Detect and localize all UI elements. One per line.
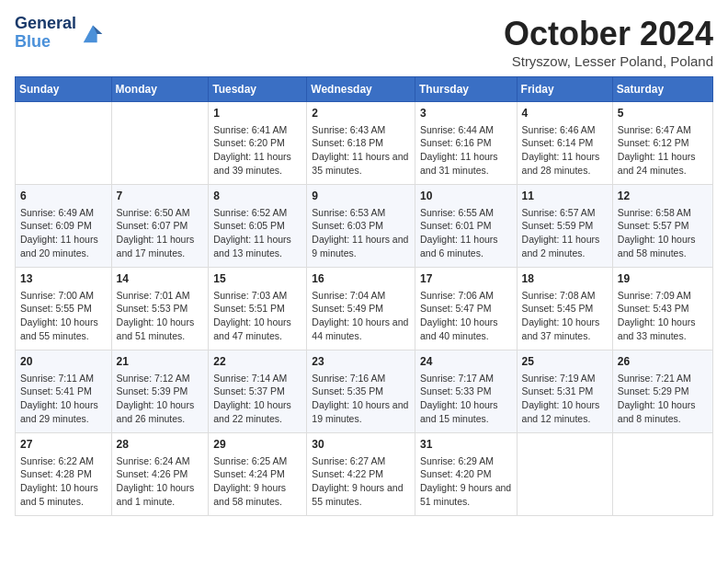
day-number: 24 <box>420 354 512 370</box>
calendar-cell: 2Sunrise: 6:43 AM Sunset: 6:18 PM Daylig… <box>307 102 415 185</box>
day-info: Sunrise: 7:08 AM Sunset: 5:45 PM Dayligh… <box>522 289 608 343</box>
calendar-week-row: 1Sunrise: 6:41 AM Sunset: 6:20 PM Daylig… <box>16 102 713 185</box>
day-number: 14 <box>117 271 204 287</box>
calendar-cell: 1Sunrise: 6:41 AM Sunset: 6:20 PM Daylig… <box>209 102 307 185</box>
day-number: 27 <box>20 437 107 453</box>
calendar-cell: 6Sunrise: 6:49 AM Sunset: 6:09 PM Daylig… <box>16 185 112 268</box>
calendar-cell: 7Sunrise: 6:50 AM Sunset: 6:07 PM Daylig… <box>111 185 209 268</box>
calendar-cell: 9Sunrise: 6:53 AM Sunset: 6:03 PM Daylig… <box>307 185 415 268</box>
day-info: Sunrise: 6:57 AM Sunset: 5:59 PM Dayligh… <box>522 206 608 260</box>
day-info: Sunrise: 6:24 AM Sunset: 4:26 PM Dayligh… <box>117 454 204 509</box>
day-number: 5 <box>618 106 708 121</box>
calendar-header-row: SundayMondayTuesdayWednesdayThursdayFrid… <box>16 77 713 102</box>
day-number: 7 <box>117 189 204 204</box>
calendar-cell: 31Sunrise: 6:29 AM Sunset: 4:20 PM Dayli… <box>415 433 517 516</box>
day-number: 17 <box>420 271 512 287</box>
day-number: 13 <box>20 271 107 287</box>
title-block: October 2024 Stryszow, Lesser Poland, Po… <box>504 15 713 69</box>
day-info: Sunrise: 6:50 AM Sunset: 6:07 PM Dayligh… <box>117 206 204 260</box>
day-number: 23 <box>312 354 410 370</box>
day-info: Sunrise: 6:52 AM Sunset: 6:05 PM Dayligh… <box>213 206 301 260</box>
day-number: 19 <box>618 271 708 287</box>
day-info: Sunrise: 7:09 AM Sunset: 5:43 PM Dayligh… <box>618 289 708 343</box>
day-number: 25 <box>522 354 608 370</box>
day-info: Sunrise: 7:00 AM Sunset: 5:55 PM Dayligh… <box>20 289 107 343</box>
page-header: GeneralBlue October 2024 Stryszow, Lesse… <box>15 15 713 69</box>
calendar-cell: 8Sunrise: 6:52 AM Sunset: 6:05 PM Daylig… <box>209 185 307 268</box>
day-number: 21 <box>117 354 204 370</box>
calendar-cell: 18Sunrise: 7:08 AM Sunset: 5:45 PM Dayli… <box>517 268 612 350</box>
day-of-week-header: Tuesday <box>209 77 307 102</box>
day-of-week-header: Monday <box>111 77 209 102</box>
calendar-cell: 16Sunrise: 7:04 AM Sunset: 5:49 PM Dayli… <box>307 268 415 350</box>
calendar-cell: 12Sunrise: 6:58 AM Sunset: 5:57 PM Dayli… <box>612 185 712 268</box>
day-number: 15 <box>213 271 301 287</box>
svg-marker-0 <box>84 25 103 42</box>
day-number: 31 <box>420 437 512 453</box>
calendar-cell: 3Sunrise: 6:44 AM Sunset: 6:16 PM Daylig… <box>415 102 517 185</box>
day-number: 12 <box>618 189 708 204</box>
logo: GeneralBlue <box>15 15 106 52</box>
day-number: 6 <box>20 189 107 204</box>
day-info: Sunrise: 6:25 AM Sunset: 4:24 PM Dayligh… <box>213 454 301 509</box>
day-number: 26 <box>618 354 708 370</box>
day-info: Sunrise: 6:47 AM Sunset: 6:12 PM Dayligh… <box>618 123 708 178</box>
day-number: 2 <box>312 106 410 121</box>
day-number: 10 <box>420 189 512 204</box>
day-number: 11 <box>522 189 608 204</box>
day-of-week-header: Sunday <box>16 77 112 102</box>
day-info: Sunrise: 7:11 AM Sunset: 5:41 PM Dayligh… <box>20 372 107 426</box>
day-of-week-header: Saturday <box>612 77 712 102</box>
calendar-cell: 10Sunrise: 6:55 AM Sunset: 6:01 PM Dayli… <box>415 185 517 268</box>
day-info: Sunrise: 6:55 AM Sunset: 6:01 PM Dayligh… <box>420 206 512 260</box>
calendar-cell: 5Sunrise: 6:47 AM Sunset: 6:12 PM Daylig… <box>612 102 712 185</box>
calendar-week-row: 6Sunrise: 6:49 AM Sunset: 6:09 PM Daylig… <box>16 185 713 268</box>
day-number: 20 <box>20 354 107 370</box>
day-number: 4 <box>522 106 608 121</box>
calendar-cell: 26Sunrise: 7:21 AM Sunset: 5:29 PM Dayli… <box>612 350 712 433</box>
calendar-cell <box>16 102 112 185</box>
day-info: Sunrise: 6:27 AM Sunset: 4:22 PM Dayligh… <box>312 454 410 509</box>
calendar-week-row: 20Sunrise: 7:11 AM Sunset: 5:41 PM Dayli… <box>16 350 713 433</box>
day-number: 28 <box>117 437 204 453</box>
day-number: 29 <box>213 437 301 453</box>
calendar-cell: 24Sunrise: 7:17 AM Sunset: 5:33 PM Dayli… <box>415 350 517 433</box>
month-title: October 2024 <box>504 15 713 53</box>
day-info: Sunrise: 6:44 AM Sunset: 6:16 PM Dayligh… <box>420 123 512 178</box>
day-info: Sunrise: 6:29 AM Sunset: 4:20 PM Dayligh… <box>420 454 512 509</box>
calendar-cell <box>111 102 209 185</box>
calendar-week-row: 13Sunrise: 7:00 AM Sunset: 5:55 PM Dayli… <box>16 268 713 350</box>
day-info: Sunrise: 7:19 AM Sunset: 5:31 PM Dayligh… <box>522 372 608 426</box>
day-info: Sunrise: 6:43 AM Sunset: 6:18 PM Dayligh… <box>312 123 410 178</box>
day-info: Sunrise: 7:16 AM Sunset: 5:35 PM Dayligh… <box>312 372 410 426</box>
calendar-cell: 21Sunrise: 7:12 AM Sunset: 5:39 PM Dayli… <box>111 350 209 433</box>
day-info: Sunrise: 7:14 AM Sunset: 5:37 PM Dayligh… <box>213 372 301 426</box>
calendar-cell: 17Sunrise: 7:06 AM Sunset: 5:47 PM Dayli… <box>415 268 517 350</box>
calendar-table: SundayMondayTuesdayWednesdayThursdayFrid… <box>15 76 713 516</box>
day-info: Sunrise: 7:01 AM Sunset: 5:53 PM Dayligh… <box>117 289 204 343</box>
day-of-week-header: Thursday <box>415 77 517 102</box>
calendar-cell: 27Sunrise: 6:22 AM Sunset: 4:28 PM Dayli… <box>16 433 112 516</box>
day-info: Sunrise: 6:58 AM Sunset: 5:57 PM Dayligh… <box>618 206 708 260</box>
day-number: 8 <box>213 189 301 204</box>
day-info: Sunrise: 7:03 AM Sunset: 5:51 PM Dayligh… <box>213 289 301 343</box>
calendar-cell: 23Sunrise: 7:16 AM Sunset: 5:35 PM Dayli… <box>307 350 415 433</box>
calendar-cell <box>612 433 712 516</box>
calendar-cell: 28Sunrise: 6:24 AM Sunset: 4:26 PM Dayli… <box>111 433 209 516</box>
day-info: Sunrise: 6:22 AM Sunset: 4:28 PM Dayligh… <box>20 454 107 509</box>
calendar-cell: 19Sunrise: 7:09 AM Sunset: 5:43 PM Dayli… <box>612 268 712 350</box>
calendar-cell <box>517 433 612 516</box>
day-info: Sunrise: 6:41 AM Sunset: 6:20 PM Dayligh… <box>213 123 301 178</box>
day-info: Sunrise: 7:21 AM Sunset: 5:29 PM Dayligh… <box>618 372 708 426</box>
logo-text: GeneralBlue <box>15 15 76 52</box>
logo-icon <box>80 20 106 46</box>
calendar-cell: 22Sunrise: 7:14 AM Sunset: 5:37 PM Dayli… <box>209 350 307 433</box>
day-of-week-header: Wednesday <box>307 77 415 102</box>
day-of-week-header: Friday <box>517 77 612 102</box>
day-number: 9 <box>312 189 410 204</box>
calendar-cell: 25Sunrise: 7:19 AM Sunset: 5:31 PM Dayli… <box>517 350 612 433</box>
day-number: 3 <box>420 106 512 121</box>
calendar-cell: 13Sunrise: 7:00 AM Sunset: 5:55 PM Dayli… <box>16 268 112 350</box>
calendar-cell: 11Sunrise: 6:57 AM Sunset: 5:59 PM Dayli… <box>517 185 612 268</box>
calendar-cell: 14Sunrise: 7:01 AM Sunset: 5:53 PM Dayli… <box>111 268 209 350</box>
